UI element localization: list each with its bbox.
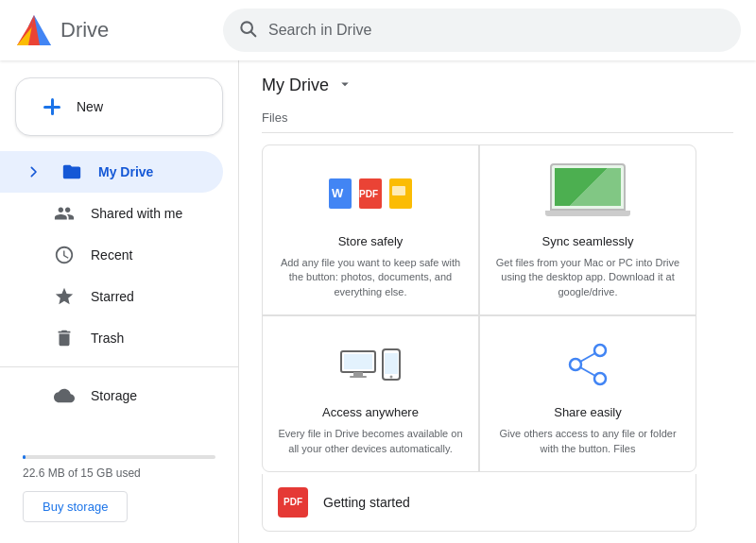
sidebar-item-shared[interactable]: Shared with me (0, 193, 223, 234)
section-label: Files (262, 110, 733, 133)
main-header: My Drive (262, 76, 733, 95)
pdf-doc-icon: PDF (357, 177, 384, 211)
share-icon (564, 341, 611, 388)
search-icon (238, 19, 257, 42)
sidebar-item-shared-label: Shared with me (91, 206, 182, 221)
new-button-label: New (77, 99, 103, 114)
sidebar-item-trash[interactable]: Trash (0, 317, 223, 359)
dropdown-arrow-icon[interactable] (336, 76, 353, 95)
laptop-screen (550, 163, 626, 211)
svg-point-22 (594, 345, 606, 356)
getting-started-item[interactable]: PDF Getting started (262, 474, 696, 532)
svg-text:W: W (332, 186, 344, 200)
chevron-right-icon (23, 161, 45, 183)
store-safely-title: Store safely (338, 234, 404, 248)
svg-rect-18 (350, 376, 367, 378)
access-title: Access anywhere (322, 405, 419, 419)
main-content: My Drive Files W (239, 60, 756, 543)
star-icon (53, 285, 76, 308)
share-title: Share easily (554, 405, 622, 419)
laptop-illustration (541, 163, 635, 225)
devices-illustration (340, 348, 401, 381)
search-bar[interactable]: Search in Drive (223, 8, 741, 52)
slides-doc-icon (387, 177, 414, 211)
sidebar-item-trash-label: Trash (91, 331, 124, 346)
files-grid: W PDF Store safely Add any file you want (262, 144, 696, 472)
svg-rect-16 (344, 354, 372, 369)
sidebar-divider (0, 366, 238, 367)
storage-bar-background (23, 455, 215, 459)
sync-image (531, 161, 644, 227)
storage-section: 22.6 MB of 15 GB used Buy storage (0, 444, 238, 534)
sidebar-item-starred[interactable]: Starred (0, 276, 223, 317)
drive-logo-icon (15, 11, 53, 49)
sidebar-item-my-drive[interactable]: My Drive (0, 151, 223, 193)
sync-desc: Get files from your Mac or PC into Drive… (495, 256, 680, 299)
logo-area: Drive (15, 11, 223, 49)
sidebar-item-my-drive-label: My Drive (98, 164, 153, 179)
buy-storage-button[interactable]: Buy storage (23, 491, 128, 522)
svg-text:PDF: PDF (359, 189, 378, 199)
docs-icons: W PDF (327, 177, 414, 211)
cloud-icon (53, 384, 76, 407)
word-doc-icon: W (327, 177, 353, 211)
new-button[interactable]: New (15, 77, 223, 136)
file-card-sync[interactable]: Sync seamlessly Get files from your Mac … (480, 145, 696, 314)
sidebar-item-recent-label: Recent (91, 247, 132, 263)
monitor-icon (340, 350, 376, 379)
laptop-screen-green (555, 168, 621, 206)
sidebar: New My Drive Shared (0, 60, 239, 543)
header: Drive Search in Drive (0, 0, 756, 60)
body: New My Drive Shared (0, 60, 756, 543)
getting-started-label: Getting started (323, 495, 410, 510)
store-safely-image: W PDF (314, 161, 427, 227)
file-card-access[interactable]: Access anywhere Every file in Drive beco… (263, 316, 478, 471)
svg-point-24 (594, 373, 606, 384)
sidebar-item-storage-label: Storage (91, 388, 137, 403)
share-image (531, 331, 644, 398)
sidebar-item-storage[interactable]: Storage (0, 375, 223, 416)
svg-line-26 (580, 367, 595, 376)
storage-bar-fill (23, 455, 26, 459)
svg-point-23 (570, 359, 581, 370)
folder-icon (60, 161, 83, 183)
svg-rect-17 (353, 372, 363, 376)
svg-line-8 (251, 31, 256, 36)
store-safely-desc: Add any file you want to keep safe with … (278, 256, 463, 299)
pdf-label: PDF (284, 497, 302, 507)
svg-rect-20 (385, 353, 398, 374)
access-desc: Every file in Drive becomes available on… (278, 427, 463, 456)
file-card-store-safely[interactable]: W PDF Store safely Add any file you want (263, 145, 478, 314)
share-desc: Give others access to any file or folder… (495, 427, 680, 456)
search-placeholder: Search in Drive (268, 22, 371, 39)
plus-icon (39, 93, 65, 120)
people-icon (53, 202, 76, 225)
phone-icon (382, 348, 401, 381)
storage-usage-text: 22.6 MB of 15 GB used (23, 467, 215, 480)
svg-point-21 (390, 376, 393, 379)
pdf-icon: PDF (278, 487, 308, 518)
sidebar-item-recent[interactable]: Recent (0, 234, 223, 276)
laptop-base (545, 211, 630, 216)
file-card-share[interactable]: Share easily Give others access to any f… (480, 316, 696, 471)
svg-rect-14 (392, 186, 405, 195)
page-title: My Drive (262, 76, 329, 95)
logo-text: Drive (60, 18, 109, 42)
trash-icon (53, 327, 76, 349)
access-image (314, 331, 427, 398)
sync-title: Sync seamlessly (542, 234, 634, 248)
svg-line-25 (580, 353, 595, 362)
sidebar-item-starred-label: Starred (91, 289, 134, 304)
clock-icon (53, 244, 76, 266)
